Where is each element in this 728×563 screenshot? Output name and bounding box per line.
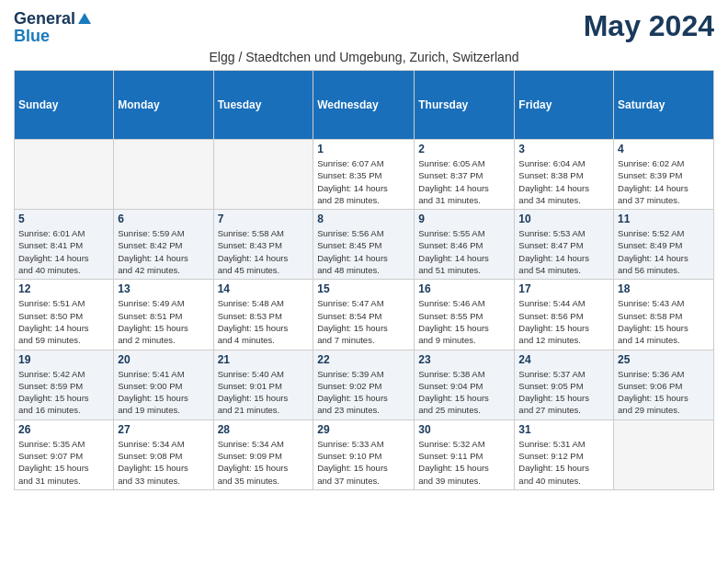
day-number: 5 [18,213,109,225]
logo-icon [76,11,93,28]
calendar-cell: 7Sunrise: 5:58 AM Sunset: 8:43 PM Daylig… [213,210,313,280]
day-number: 24 [518,353,609,366]
day-number: 4 [618,143,710,155]
calendar-cell: 18Sunrise: 5:43 AM Sunset: 8:58 PM Dayli… [614,280,714,350]
weekday-header-thursday: Thursday [415,71,515,140]
calendar-cell [213,140,313,210]
calendar-cell: 25Sunrise: 5:36 AM Sunset: 9:06 PM Dayli… [614,350,714,419]
calendar-cell: 19Sunrise: 5:42 AM Sunset: 8:59 PM Dayli… [15,350,114,419]
day-info: Sunrise: 6:02 AM Sunset: 8:39 PM Dayligh… [618,157,710,206]
day-info: Sunrise: 5:47 AM Sunset: 8:54 PM Dayligh… [317,297,410,346]
calendar-cell: 29Sunrise: 5:33 AM Sunset: 9:10 PM Dayli… [313,419,415,489]
calendar-cell: 10Sunrise: 5:53 AM Sunset: 8:47 PM Dayli… [515,210,614,280]
day-number: 29 [317,423,410,436]
day-number: 30 [418,423,510,436]
weekday-header-monday: Monday [114,71,213,140]
calendar-cell: 6Sunrise: 5:59 AM Sunset: 8:42 PM Daylig… [114,210,213,280]
svg-marker-0 [78,13,91,24]
day-info: Sunrise: 6:05 AM Sunset: 8:37 PM Dayligh… [418,157,510,206]
day-number: 13 [118,282,209,295]
day-info: Sunrise: 5:58 AM Sunset: 8:43 PM Dayligh… [218,227,310,276]
page-header: General Blue May 2024 [14,9,714,46]
calendar-cell: 23Sunrise: 5:38 AM Sunset: 9:04 PM Dayli… [415,350,515,419]
calendar-cell: 12Sunrise: 5:51 AM Sunset: 8:50 PM Dayli… [15,280,114,350]
day-info: Sunrise: 5:32 AM Sunset: 9:11 PM Dayligh… [418,438,510,487]
weekday-header-wednesday: Wednesday [313,71,415,140]
calendar-cell: 20Sunrise: 5:41 AM Sunset: 9:00 PM Dayli… [114,350,213,419]
day-number: 3 [518,143,609,155]
logo-blue: Blue [14,27,50,45]
calendar-table: SundayMondayTuesdayWednesdayThursdayFrid… [14,70,714,490]
calendar-cell: 1Sunrise: 6:07 AM Sunset: 8:35 PM Daylig… [313,140,415,210]
day-info: Sunrise: 5:42 AM Sunset: 8:59 PM Dayligh… [18,368,109,417]
calendar-cell: 27Sunrise: 5:34 AM Sunset: 9:08 PM Dayli… [114,419,213,489]
weekday-header-sunday: Sunday [15,71,114,140]
calendar-cell: 9Sunrise: 5:55 AM Sunset: 8:46 PM Daylig… [415,210,515,280]
day-info: Sunrise: 5:49 AM Sunset: 8:51 PM Dayligh… [118,297,209,346]
day-info: Sunrise: 5:34 AM Sunset: 9:09 PM Dayligh… [218,438,310,487]
day-number: 27 [118,423,209,436]
calendar-cell: 31Sunrise: 5:31 AM Sunset: 9:12 PM Dayli… [515,419,614,489]
day-info: Sunrise: 6:01 AM Sunset: 8:41 PM Dayligh… [18,227,109,276]
day-info: Sunrise: 5:52 AM Sunset: 8:49 PM Dayligh… [618,227,710,276]
day-number: 7 [218,213,310,225]
day-number: 10 [518,213,609,225]
day-number: 12 [18,282,109,295]
day-info: Sunrise: 5:55 AM Sunset: 8:46 PM Dayligh… [418,227,510,276]
day-info: Sunrise: 5:33 AM Sunset: 9:10 PM Dayligh… [317,438,410,487]
day-number: 25 [618,353,710,366]
calendar-cell: 8Sunrise: 5:56 AM Sunset: 8:45 PM Daylig… [313,210,415,280]
weekday-header-friday: Friday [515,71,614,140]
day-info: Sunrise: 5:37 AM Sunset: 9:05 PM Dayligh… [518,368,609,417]
day-number: 14 [218,282,310,295]
day-info: Sunrise: 5:35 AM Sunset: 9:07 PM Dayligh… [18,438,109,487]
calendar-cell [114,140,213,210]
day-info: Sunrise: 5:59 AM Sunset: 8:42 PM Dayligh… [118,227,209,276]
day-number: 9 [418,213,510,225]
calendar-cell: 24Sunrise: 5:37 AM Sunset: 9:05 PM Dayli… [515,350,614,419]
day-number: 23 [418,353,510,366]
calendar-cell: 4Sunrise: 6:02 AM Sunset: 8:39 PM Daylig… [614,140,714,210]
day-info: Sunrise: 5:46 AM Sunset: 8:55 PM Dayligh… [418,297,510,346]
weekday-header-tuesday: Tuesday [213,71,313,140]
day-number: 22 [317,353,410,366]
calendar-cell: 3Sunrise: 6:04 AM Sunset: 8:38 PM Daylig… [515,140,614,210]
day-info: Sunrise: 5:44 AM Sunset: 8:56 PM Dayligh… [518,297,609,346]
day-info: Sunrise: 5:39 AM Sunset: 9:02 PM Dayligh… [317,368,410,417]
calendar-cell: 5Sunrise: 6:01 AM Sunset: 8:41 PM Daylig… [15,210,114,280]
calendar-cell: 14Sunrise: 5:48 AM Sunset: 8:53 PM Dayli… [213,280,313,350]
day-number: 17 [518,282,609,295]
day-number: 21 [218,353,310,366]
day-number: 31 [518,423,609,436]
calendar-cell [614,419,714,489]
day-info: Sunrise: 6:04 AM Sunset: 8:38 PM Dayligh… [518,157,609,206]
calendar-cell: 17Sunrise: 5:44 AM Sunset: 8:56 PM Dayli… [515,280,614,350]
day-number: 19 [18,353,109,366]
calendar-cell: 28Sunrise: 5:34 AM Sunset: 9:09 PM Dayli… [213,419,313,489]
day-number: 1 [317,143,410,155]
calendar-subtitle: Elgg / Staedtchen und Umgebung, Zurich, … [14,50,714,64]
calendar-cell: 30Sunrise: 5:32 AM Sunset: 9:11 PM Dayli… [415,419,515,489]
day-number: 8 [317,213,410,225]
day-info: Sunrise: 5:56 AM Sunset: 8:45 PM Dayligh… [317,227,410,276]
calendar-cell: 22Sunrise: 5:39 AM Sunset: 9:02 PM Dayli… [313,350,415,419]
calendar-cell: 11Sunrise: 5:52 AM Sunset: 8:49 PM Dayli… [614,210,714,280]
calendar-cell: 16Sunrise: 5:46 AM Sunset: 8:55 PM Dayli… [415,280,515,350]
calendar-cell [15,140,114,210]
logo: General Blue [14,9,94,46]
day-info: Sunrise: 5:48 AM Sunset: 8:53 PM Dayligh… [218,297,310,346]
calendar-cell: 21Sunrise: 5:40 AM Sunset: 9:01 PM Dayli… [213,350,313,419]
calendar-cell: 15Sunrise: 5:47 AM Sunset: 8:54 PM Dayli… [313,280,415,350]
weekday-header-saturday: Saturday [614,71,714,140]
day-number: 6 [118,213,209,225]
day-info: Sunrise: 5:43 AM Sunset: 8:58 PM Dayligh… [618,297,710,346]
calendar-cell: 2Sunrise: 6:05 AM Sunset: 8:37 PM Daylig… [415,140,515,210]
day-info: Sunrise: 5:34 AM Sunset: 9:08 PM Dayligh… [118,438,209,487]
logo-general: General [14,9,75,29]
day-info: Sunrise: 6:07 AM Sunset: 8:35 PM Dayligh… [317,157,410,206]
day-number: 15 [317,282,410,295]
day-number: 11 [618,213,710,225]
day-info: Sunrise: 5:36 AM Sunset: 9:06 PM Dayligh… [618,368,710,417]
day-info: Sunrise: 5:41 AM Sunset: 9:00 PM Dayligh… [118,368,209,417]
day-info: Sunrise: 5:40 AM Sunset: 9:01 PM Dayligh… [218,368,310,417]
